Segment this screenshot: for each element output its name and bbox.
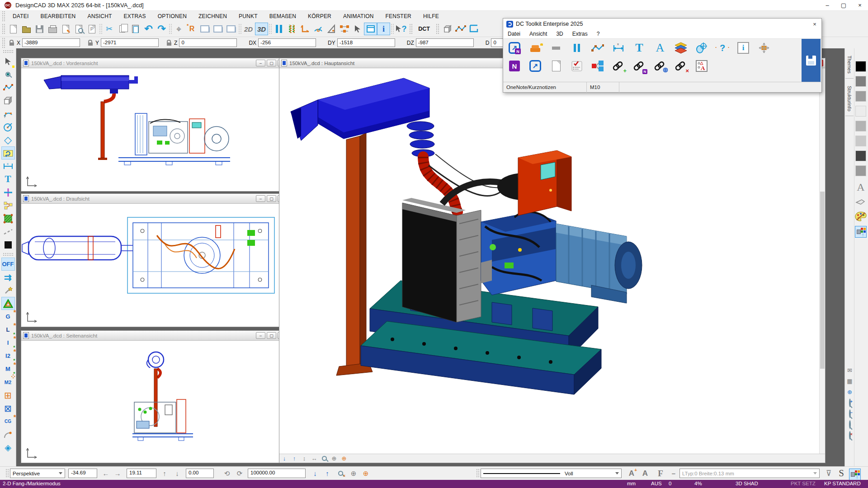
- viewport-minimize-button[interactable]: –: [256, 332, 265, 339]
- menu-fenster[interactable]: FENSTER: [380, 13, 417, 19]
- solid-bar-button[interactable]: [548, 41, 564, 55]
- text-tool[interactable]: T: [1, 173, 15, 186]
- task-list-button[interactable]: [569, 59, 585, 73]
- main-vertical-scrollbar[interactable]: [819, 68, 825, 454]
- layer-view-button-3[interactable]: [225, 23, 238, 35]
- zoom-in-button[interactable]: +: [849, 399, 851, 406]
- info-button[interactable]: i: [377, 23, 390, 35]
- tilt-left-button[interactable]: ←: [100, 469, 112, 478]
- view-mode-select[interactable]: Perspektive: [10, 469, 65, 478]
- snap-cg[interactable]: CG*: [1, 415, 15, 428]
- text-button[interactable]: T: [632, 41, 647, 55]
- font-increase-button[interactable]: A+: [626, 469, 637, 478]
- select-cursor-button[interactable]: [351, 23, 364, 35]
- style-s-button[interactable]: S: [835, 469, 847, 478]
- menu-datei[interactable]: DATEI: [7, 13, 34, 19]
- pan-updown-button[interactable]: ↕: [299, 455, 309, 463]
- linestyle-tool[interactable]: [1, 225, 15, 238]
- y-input[interactable]: -2971: [101, 38, 159, 47]
- window-view-button[interactable]: [364, 23, 377, 35]
- line-width-button[interactable]: –: [668, 469, 679, 478]
- info-button[interactable]: i: [736, 41, 751, 55]
- dimension-tool[interactable]: x: [1, 160, 15, 173]
- rotated-rect-tool[interactable]: ◇: [1, 133, 15, 146]
- swatch-gray[interactable]: [855, 121, 866, 131]
- handles-tool-button[interactable]: [338, 23, 351, 35]
- toolbar-grip[interactable]: [2, 23, 5, 34]
- swatch-gray[interactable]: [855, 165, 866, 176]
- swatch-gray[interactable]: [855, 150, 866, 161]
- z-input[interactable]: 0: [179, 38, 237, 47]
- toolkit-menu-ansicht[interactable]: Ansicht: [525, 31, 552, 37]
- toolbar-grip[interactable]: [436, 23, 439, 34]
- viewport-side-titlebar[interactable]: 150kVA_.dcd : Seitenansicht – ▢ ×: [21, 331, 289, 341]
- open-file-button[interactable]: [20, 23, 33, 35]
- snap-pattern[interactable]: ◈: [1, 441, 15, 454]
- dx-input[interactable]: -256: [258, 38, 316, 47]
- grid-toggle-icon[interactable]: ▦: [847, 378, 852, 385]
- theme-quick-button[interactable]: ↑: [849, 469, 861, 480]
- add-link-button[interactable]: +: [611, 59, 626, 73]
- viewport-top-titlebar[interactable]: 150kVA_.dcd : Draufsicht – ▢ ×: [21, 194, 289, 204]
- axes-tool-button[interactable]: [298, 23, 311, 35]
- copy-button[interactable]: [116, 23, 129, 35]
- paste-button[interactable]: [129, 23, 142, 35]
- polyline-button[interactable]: [590, 41, 605, 55]
- lock-z-icon[interactable]: [167, 42, 171, 46]
- point-mark-tool[interactable]: [1, 186, 15, 199]
- toolkit-close-button[interactable]: ×: [808, 19, 821, 29]
- toolkit-save-panel[interactable]: [802, 39, 821, 82]
- snap-off-button[interactable]: OFF: [1, 258, 15, 271]
- link-to-web-button[interactable]: [652, 59, 668, 73]
- menu-grip[interactable]: [2, 11, 5, 22]
- rotation-y-input[interactable]: 19.11: [127, 469, 156, 478]
- send-to-onenote-button[interactable]: ↗N: [507, 41, 522, 55]
- snap-center-grid[interactable]: ⊞: [1, 389, 15, 402]
- x-input[interactable]: -3889: [22, 38, 80, 47]
- select-tool[interactable]: [1, 55, 15, 68]
- swatch-gray[interactable]: [855, 106, 866, 117]
- origin-marker-icon[interactable]: ⊕: [847, 389, 852, 395]
- toolkit-menu-help[interactable]: ?: [592, 31, 604, 37]
- tab-themes[interactable]: Themes: [845, 55, 854, 79]
- zoom-extents-button[interactable]: [849, 421, 851, 428]
- maximize-button[interactable]: ▢: [835, 0, 852, 11]
- viewport-front-canvas[interactable]: [21, 68, 289, 191]
- magic-wand-tool[interactable]: [1, 284, 15, 297]
- circle-tool[interactable]: [1, 120, 15, 133]
- furniture-button[interactable]: [528, 41, 543, 55]
- swatch-gray[interactable]: [855, 91, 866, 102]
- menu-bemassen[interactable]: BEMAßEN: [264, 13, 302, 19]
- solid-box-button[interactable]: [441, 23, 454, 35]
- rotate-cw-button[interactable]: ⟳: [234, 469, 245, 478]
- snap-line[interactable]: L**: [1, 323, 15, 336]
- print-button[interactable]: [46, 23, 59, 35]
- tab-strukturinfo[interactable]: Strukturinfo: [845, 85, 854, 116]
- snap-gravity[interactable]: G*: [1, 310, 15, 323]
- viewport-main-canvas[interactable]: [279, 68, 819, 454]
- status-units[interactable]: mm: [627, 481, 636, 486]
- menu-bearbeiten[interactable]: BEARBEITEN: [34, 13, 81, 19]
- onenote-button[interactable]: N: [507, 59, 522, 73]
- query-point-button[interactable]: ?··: [715, 41, 730, 55]
- set-point-button[interactable]: ⌖: [172, 23, 185, 35]
- toolbar-grip[interactable]: [409, 23, 412, 34]
- menu-extras[interactable]: EXTRAS: [118, 13, 152, 19]
- mode-3d-button[interactable]: 3D: [255, 23, 268, 35]
- zoom-window-button[interactable]: [319, 455, 329, 463]
- font-button[interactable]: A: [652, 41, 668, 55]
- pan-leftright-button[interactable]: ↔: [309, 455, 319, 463]
- fill-style-button[interactable]: F: [655, 469, 666, 478]
- rotate-entity-tool[interactable]: [1, 146, 15, 160]
- snap-tangent[interactable]: [1, 428, 15, 441]
- print-drawing-button[interactable]: ✎: [59, 23, 72, 35]
- dct-button[interactable]: DCT: [414, 23, 434, 35]
- menu-ansicht[interactable]: ANSICHT: [81, 13, 118, 19]
- save-button[interactable]: [33, 23, 46, 35]
- swatch-gray[interactable]: [855, 76, 866, 87]
- node-edit-tool[interactable]: [1, 199, 15, 212]
- ortho-dots-button[interactable]: [285, 23, 298, 35]
- center-view-button[interactable]: ⊕: [329, 455, 339, 463]
- dimension-button[interactable]: x: [611, 41, 626, 55]
- undo-button[interactable]: ↶: [142, 23, 155, 35]
